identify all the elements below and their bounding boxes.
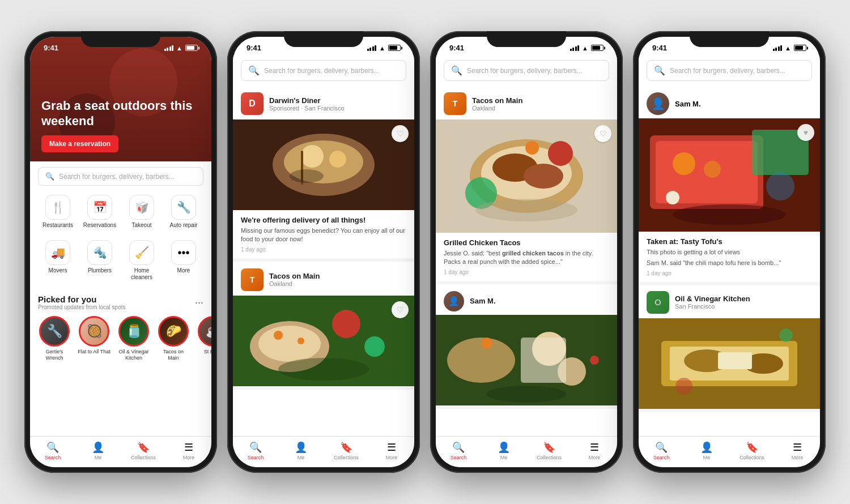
nav-me-2[interactable]: 👤 Me [278, 441, 324, 460]
tacos-heart-btn-2[interactable]: ♡ [392, 301, 409, 318]
flat-name: Flat to All That [78, 349, 110, 355]
picked-item-tacos[interactable]: 🌮 Tacos on Main [157, 316, 190, 361]
search-bar-3[interactable]: 🔍 Search for burgers, delivery, barbers.… [444, 60, 609, 81]
nav-more-2[interactable]: ☰ More [369, 441, 414, 460]
me-nav-label-1: Me [95, 455, 102, 460]
flat-avatar: 🥘 [79, 316, 109, 347]
category-movers[interactable]: 🚚 Movers [38, 236, 78, 285]
nav-collections-3[interactable]: 🔖 Collections [526, 441, 572, 460]
more-nav-label-1: More [183, 455, 195, 460]
plumbers-icon: 🔩 [87, 240, 112, 265]
nav-me-4[interactable]: 👤 Me [684, 441, 729, 460]
svg-point-6 [290, 169, 324, 183]
phone-3-screen: 9:41 ▲ 🔍 Search for burgers, delivery, b… [436, 37, 617, 467]
category-takeout[interactable]: 🥡 Takeout [122, 190, 162, 233]
reservations-label: Reservations [83, 222, 116, 229]
svg-point-22 [475, 199, 577, 221]
picked-item-gertie[interactable]: 🔧 Gertie's Wrench [38, 316, 71, 361]
me-nav-icon-2: 👤 [295, 441, 307, 454]
nav-more-1[interactable]: ☰ More [166, 441, 211, 460]
oil-vinegar-sub: San Francisco [675, 303, 750, 310]
picked-item-oil[interactable]: 🫙 Oil & Vinegar Kitchen [117, 316, 150, 361]
nav-search-3[interactable]: 🔍 Search [436, 441, 481, 460]
picked-more-button[interactable]: ··· [195, 297, 203, 309]
tacos-avatar: 🌮 [158, 316, 189, 347]
more-nav-icon-3: ☰ [590, 441, 599, 454]
st-avatar: ☕ [198, 316, 211, 347]
oil-vinegar-image [639, 318, 820, 409]
more-nav-label-3: More [589, 455, 601, 460]
tacos-name-2: Tacos on Main [269, 272, 320, 280]
nav-me-3[interactable]: 👤 Me [481, 441, 526, 460]
svg-point-31 [590, 356, 599, 365]
phone-1: 9:41 ▲ Grab a s [24, 31, 217, 473]
search-nav-icon-1: 🔍 [46, 441, 59, 454]
svg-point-13 [274, 331, 283, 340]
darwin-name: Darwin's Diner [269, 96, 345, 105]
tacos-grilled-heart-btn[interactable]: ♡ [594, 125, 611, 142]
feed-search-wrap-2: 🔍 Search for burgers, delivery, barbers.… [233, 54, 414, 87]
status-icons-3: ▲ [570, 45, 604, 52]
darwin-text: We're offering delivery of all things! M… [233, 210, 414, 258]
category-auto-repair[interactable]: 🔧 Auto repair [164, 190, 203, 233]
category-plumbers[interactable]: 🔩 Plumbers [80, 236, 120, 285]
more-nav-icon-4: ☰ [793, 441, 802, 454]
tacos-grilled-body: Jessie O. said: "best grilled chicken ta… [444, 249, 609, 267]
more-nav-icon-2: ☰ [387, 441, 396, 454]
nav-search-2[interactable]: 🔍 Search [233, 441, 278, 460]
sam-image-3 [436, 315, 617, 405]
phone-4-content: 👤 Sam M. [639, 87, 820, 436]
search-icon-3: 🔍 [451, 65, 462, 76]
picked-item-st[interactable]: ☕ St Bra... [197, 316, 211, 361]
hero-section: Grab a seat outdoors this weekend Make a… [30, 37, 211, 161]
darwin-heart-btn[interactable]: ♡ [392, 125, 409, 142]
sam-tofu-food-img [639, 118, 820, 232]
battery-2 [388, 45, 401, 51]
tacos-grilled-image: ♡ [436, 119, 617, 233]
nav-collections-1[interactable]: 🔖 Collections [121, 441, 166, 460]
sam-avatar-4: 👤 [647, 92, 669, 115]
picked-scroll: 🔧 Gertie's Wrench 🥘 Flat to All That 🫙 O… [30, 311, 211, 366]
home-cleaners-icon: 🧹 [129, 240, 154, 265]
darwin-image: ♡ [233, 119, 414, 210]
svg-point-4 [329, 151, 346, 168]
more-label: More [177, 267, 190, 274]
darwin-sub: Sponsored · San Francisco [269, 105, 345, 112]
page-container: 9:41 ▲ Grab a s [0, 0, 850, 504]
wifi-icon-3: ▲ [582, 45, 588, 52]
search-bar-1[interactable]: 🔍 Search for burgers, delivery, barbers.… [38, 167, 203, 186]
nav-search-1[interactable]: 🔍 Search [30, 441, 75, 460]
tacos-grilled-card: T Tacos on Main Oakland [436, 87, 617, 284]
sam-avatar-3: 👤 [444, 291, 464, 311]
collections-nav-icon-4: 🔖 [746, 441, 758, 454]
darwin-timestamp: 1 day ago [241, 246, 406, 253]
search-bar-2[interactable]: 🔍 Search for burgers, delivery, barbers.… [241, 60, 406, 81]
tacos-image-2: ♡ [233, 296, 414, 386]
nav-collections-2[interactable]: 🔖 Collections [324, 441, 369, 460]
sam-tofu-body-1: This photo is getting a lot of views [647, 248, 812, 257]
category-home-cleaners[interactable]: 🧹 Home cleaners [122, 236, 162, 285]
make-reservation-button[interactable]: Make a reservation [41, 135, 118, 152]
darwin-card: D Darwin's Diner Sponsored · San Francis… [233, 87, 414, 262]
oil-vinegar-card: O Oil & Vinegar Kitchen San Francisco [639, 285, 820, 412]
svg-point-39 [766, 172, 794, 200]
category-more[interactable]: ••• More [164, 236, 203, 285]
nav-collections-4[interactable]: 🔖 Collections [729, 441, 775, 460]
category-restaurants[interactable]: 🍴 Restaurants [38, 190, 78, 233]
search-bar-4[interactable]: 🔍 Search for burgers, delivery, barbers.… [647, 60, 812, 81]
picked-item-flat[interactable]: 🥘 Flat to All That [78, 316, 110, 361]
nav-search-4[interactable]: 🔍 Search [639, 441, 684, 460]
svg-point-19 [524, 164, 563, 189]
sam-tofu-heart-btn[interactable]: ♥ [797, 124, 814, 141]
oil-name: Oil & Vinegar Kitchen [117, 349, 150, 361]
nav-me-1[interactable]: 👤 Me [75, 441, 121, 460]
svg-point-23 [525, 141, 539, 155]
categories-grid: 🍴 Restaurants 📅 Reservations 🥡 Takeout 🔧… [30, 186, 211, 290]
nav-more-3[interactable]: ☰ More [572, 441, 617, 460]
nav-more-4[interactable]: ☰ More [775, 441, 820, 460]
category-reservations[interactable]: 📅 Reservations [80, 190, 120, 233]
status-icons-2: ▲ [367, 45, 401, 52]
oil-vinegar-avatar: O [647, 291, 669, 314]
search-nav-label-1: Search [45, 455, 61, 460]
svg-point-40 [666, 191, 679, 204]
